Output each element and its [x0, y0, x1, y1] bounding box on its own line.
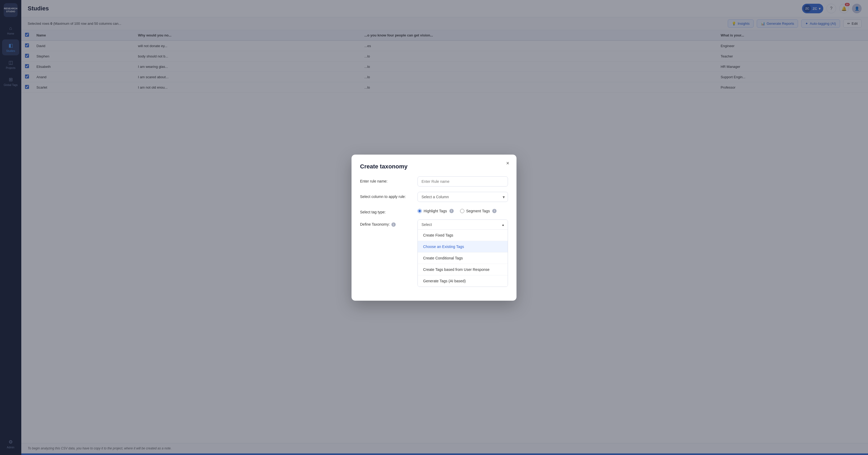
modal-title: Create taxonomy — [360, 163, 508, 170]
taxonomy-dropdown-header[interactable]: Select ▴ — [418, 220, 508, 230]
taxonomy-dropdown-list: Create Fixed Tags Choose an Existing Tag… — [418, 230, 508, 286]
generate-tags-ai-label: Generate Tags (AI based) — [423, 279, 466, 283]
dropdown-item-generate-tags-ai[interactable]: Generate Tags (AI based) — [418, 275, 508, 286]
choose-existing-tags-label: Choose an Existing Tags — [423, 245, 464, 249]
create-taxonomy-modal: Create taxonomy × Enter rule name: Selec… — [351, 155, 517, 301]
segment-tags-radio[interactable] — [460, 209, 464, 213]
segment-tags-info-icon[interactable]: i — [492, 209, 497, 213]
column-select-value: Select a Column — [422, 195, 449, 199]
taxonomy-info-icon[interactable]: i — [392, 222, 396, 227]
taxonomy-dropdown: Select ▴ Create Fixed Tags Choose an Exi… — [417, 219, 508, 287]
segment-tags-label: Segment Tags — [466, 209, 490, 213]
create-tags-user-response-label: Create Tags based from User Response — [423, 267, 490, 272]
taxonomy-select-wrap: Select ▴ Create Fixed Tags Choose an Exi… — [417, 219, 508, 287]
rule-name-label: Enter rule name: — [360, 176, 413, 183]
tag-type-controls: Highlight Tags i Segment Tags i — [417, 207, 508, 213]
highlight-tags-radio-label[interactable]: Highlight Tags i — [417, 209, 454, 213]
dropdown-item-create-fixed-tags[interactable]: Create Fixed Tags — [418, 230, 508, 241]
column-select[interactable]: Select a Column — [417, 192, 508, 202]
tag-type-row: Select tag type: Highlight Tags i Segmen… — [360, 207, 508, 214]
tag-type-label: Select tag type: — [360, 207, 413, 214]
dropdown-item-choose-existing-tags[interactable]: Choose an Existing Tags — [418, 241, 508, 252]
close-icon: × — [506, 160, 509, 166]
highlight-tags-label: Highlight Tags — [424, 209, 447, 213]
highlight-tags-info-icon[interactable]: i — [450, 209, 454, 213]
column-select-wrap: Select a Column — [417, 192, 508, 202]
taxonomy-label-text: Define Taxonomy: — [360, 222, 390, 226]
rule-name-input-wrap — [417, 176, 508, 186]
dropdown-item-create-tags-user-response[interactable]: Create Tags based from User Response — [418, 264, 508, 275]
highlight-tags-radio[interactable] — [417, 209, 422, 213]
modal-close-button[interactable]: × — [504, 159, 512, 168]
taxonomy-select-label: Select — [422, 222, 432, 227]
segment-tags-radio-label[interactable]: Segment Tags i — [460, 209, 497, 213]
rule-name-input[interactable] — [417, 176, 508, 186]
column-select-wrapper: Select a Column — [417, 192, 508, 202]
create-conditional-tags-label: Create Conditional Tags — [423, 256, 463, 260]
define-taxonomy-row: Define Taxonomy: i Select ▴ Create Fixed… — [360, 219, 508, 287]
taxonomy-label: Define Taxonomy: i — [360, 219, 413, 227]
modal-overlay[interactable]: Create taxonomy × Enter rule name: Selec… — [0, 0, 868, 455]
create-fixed-tags-label: Create Fixed Tags — [423, 233, 453, 237]
column-select-row: Select column to apply rule: Select a Co… — [360, 192, 508, 202]
column-label: Select column to apply rule: — [360, 192, 413, 199]
chevron-up-icon: ▴ — [502, 222, 504, 227]
dropdown-item-create-conditional-tags[interactable]: Create Conditional Tags — [418, 252, 508, 264]
rule-name-row: Enter rule name: — [360, 176, 508, 186]
radio-group: Highlight Tags i Segment Tags i — [417, 207, 508, 213]
